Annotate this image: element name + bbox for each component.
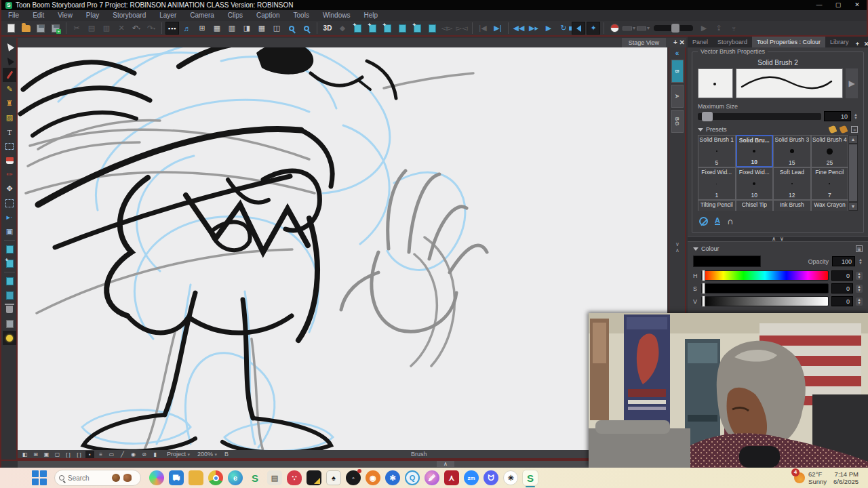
search-input[interactable] [68, 474, 108, 482]
project-safety-icon[interactable]: [ ] [64, 451, 73, 458]
contour-editor-tool[interactable]: ▸· [3, 210, 16, 224]
taskbar-clock[interactable]: 7:14 PM 6/6/2025 [833, 470, 859, 485]
action-safe-icon[interactable]: ▢ [53, 451, 62, 458]
save-all-icon[interactable]: + [49, 22, 62, 35]
taskbar-vinyl-icon[interactable]: ◦ [346, 470, 361, 485]
colour-collapse-icon[interactable] [693, 247, 698, 251]
paint-tool[interactable] [3, 153, 16, 167]
taskbar-store-icon[interactable]: ⛟ [169, 470, 184, 485]
preset-fixed-width-2[interactable]: Fixed Wid...10 [736, 167, 774, 200]
max-size-stepper[interactable]: ▲▼ [854, 113, 858, 120]
artboard-dots-icon[interactable]: ▪▪▪ [165, 22, 179, 35]
grid-icon[interactable]: ⊞ [31, 451, 40, 458]
opacity-stepper[interactable]: ▲▼ [859, 258, 863, 265]
close-button[interactable]: ✕ [848, 0, 867, 10]
volume-slider[interactable] [654, 25, 693, 31]
text-tool[interactable]: T [3, 125, 16, 139]
menu-camera[interactable]: Camera [183, 10, 221, 21]
new-preset-icon[interactable] [829, 125, 837, 134]
menu-clips[interactable]: Clips [221, 10, 250, 21]
minimize-button[interactable]: — [810, 0, 829, 10]
brush-tool[interactable] [3, 68, 16, 82]
copy-icon[interactable]: ▤ [85, 22, 98, 35]
eraser-tool[interactable]: ▨ [3, 110, 16, 125]
camera-preview-toggle-icon[interactable]: ✦ [587, 22, 600, 35]
menu-help[interactable]: Help [357, 10, 384, 21]
pen-pressure-icon[interactable]: ╱ [118, 451, 127, 458]
menu-file[interactable]: File [1, 10, 26, 21]
panel-black-view-icon[interactable]: ◨ [240, 22, 254, 35]
presets-scrollbar[interactable]: ▲ ▼ [848, 135, 858, 211]
menu-view[interactable]: View [51, 10, 79, 21]
sound-clef-icon[interactable]: ♬ [180, 22, 194, 35]
dropper-tool[interactable]: ✏ [3, 167, 16, 182]
transform-tool[interactable] [3, 54, 16, 68]
play-selection-icon[interactable]: ▶▸ [527, 22, 540, 35]
delete-preset-icon[interactable] [840, 125, 848, 134]
preset-chisel-tip[interactable]: Chisel Tip [736, 200, 774, 211]
preset-solid-brush-3[interactable]: Solid Brush 315 [773, 135, 811, 167]
black-background-icon[interactable]: ▪ [85, 451, 94, 458]
import-images-button[interactable] [3, 274, 16, 288]
add-panel-button[interactable] [3, 256, 16, 270]
edit-pivot-tool[interactable]: ▣ [3, 224, 16, 239]
value-value[interactable]: 0 [831, 296, 853, 306]
zoom-out-icon[interactable] [285, 22, 298, 35]
stage-add-view-button[interactable]: + [673, 39, 677, 46]
menu-play[interactable]: Play [79, 10, 106, 21]
preset-fine-pencil[interactable]: Fine Pencil7 [811, 167, 849, 200]
playback-mode-dropdown[interactable]: ▾ [637, 25, 650, 31]
strip-splitter-handle[interactable]: ∨∧ [670, 241, 685, 253]
save-icon[interactable] [34, 22, 47, 35]
saturation-slider[interactable] [701, 283, 829, 293]
cut-icon[interactable]: ✂ [70, 22, 83, 35]
hue-slider[interactable] [701, 270, 829, 281]
close-panel-tab-button[interactable]: ✕ [861, 41, 868, 47]
first-frame-icon[interactable]: ◀◀ [512, 22, 526, 35]
start-button-icon[interactable] [31, 470, 47, 486]
redo-icon[interactable]: ↷▾ [144, 22, 158, 35]
menu-storyboard[interactable]: Storyboard [106, 10, 153, 21]
panel-pair-view-icon[interactable]: ▦ [210, 22, 224, 35]
select-tool[interactable] [3, 39, 16, 54]
title-safe-icon[interactable]: ▣ [42, 451, 51, 458]
grid-view-icon[interactable]: ⊞ [195, 22, 209, 35]
taskbar-chatgpt-icon[interactable]: ✳ [503, 470, 518, 485]
value-slider[interactable] [701, 296, 829, 306]
preset-ink-brush[interactable]: Ink Brush [773, 200, 811, 211]
taskbar-discord-icon[interactable]: ᗢ [484, 470, 498, 485]
copy-panel-icon[interactable] [410, 22, 424, 35]
delete-icon[interactable]: ✕ [115, 22, 128, 35]
preset-fixed-width-1[interactable]: Fixed Wid...1 [698, 167, 736, 200]
taskbar-red-app-icon[interactable]: ∵ [287, 470, 302, 485]
saturation-stepper[interactable]: ▲▼ [856, 285, 863, 293]
camera-frame-icon[interactable]: [ ] [75, 451, 83, 458]
create-panel-button[interactable] [3, 242, 16, 256]
preset-menu-icon[interactable]: ≡ [851, 126, 858, 133]
preset-solid-brush-4[interactable]: Solid Brush 425 [811, 135, 849, 167]
tab-tool-properties-colour[interactable]: Tool Properties : Colour [752, 37, 825, 47]
preset-soft-lead[interactable]: Soft Lead12 [773, 167, 811, 200]
taskbar-storyboard-pro-icon[interactable]: S [523, 470, 538, 485]
rename-panel-button[interactable] [3, 317, 16, 331]
new-panel-before-icon[interactable] [366, 22, 379, 35]
pencil-tool[interactable]: ✎ [3, 82, 16, 96]
timecode-icon[interactable]: ≡ [96, 451, 105, 458]
taskbar-blender-icon[interactable]: ◉ [366, 470, 380, 485]
lock-icon[interactable]: ▮ [151, 451, 159, 458]
delete-panel-button[interactable] [3, 302, 16, 317]
sound-toggle-icon[interactable] [572, 22, 585, 35]
preset-wax-crayon[interactable]: Wax Crayon [811, 200, 849, 211]
split-panel-icon[interactable] [425, 22, 439, 35]
preset-solid-brush-1[interactable]: Solid Brush 15 [698, 135, 736, 167]
stage-view-tab[interactable]: Stage View [622, 38, 666, 47]
taskbar-zoom-icon[interactable]: zm [464, 470, 479, 485]
taskbar-weather-widget[interactable]: 4 62°F Sunny [794, 470, 827, 485]
taskbar-green-s-icon[interactable]: S [248, 470, 262, 485]
zoom-in-icon[interactable] [300, 22, 313, 35]
playback-range-dropdown[interactable]: ▾ [623, 25, 635, 31]
open-project-icon[interactable] [19, 22, 33, 35]
hue-stepper[interactable]: ▲▼ [856, 272, 863, 280]
snap-magnet-icon[interactable]: ∩ [727, 216, 733, 226]
taskbar-copilot-icon[interactable] [149, 470, 164, 485]
